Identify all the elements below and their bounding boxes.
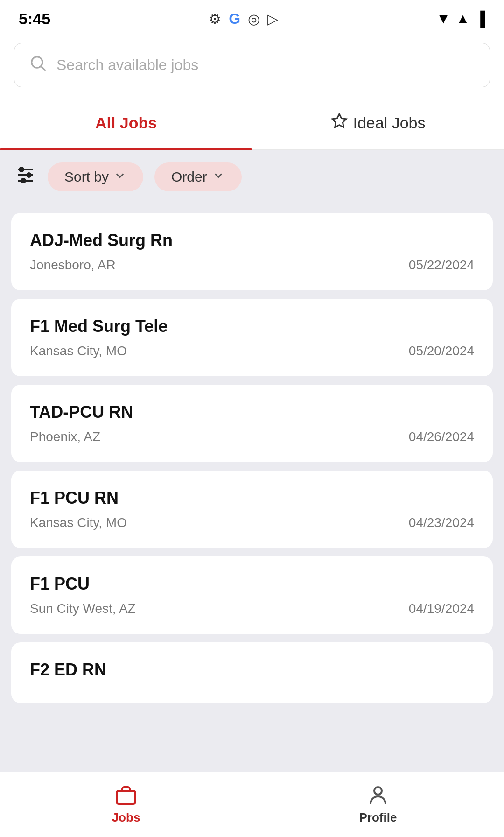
svg-line-1 <box>42 67 46 71</box>
filter-sliders-icon[interactable] <box>14 164 36 190</box>
wifi-icon: ▼ <box>436 11 450 27</box>
job-meta: Kansas City, MO04/23/2024 <box>30 515 474 530</box>
job-meta: Jonesboro, AR05/22/2024 <box>30 258 474 273</box>
briefcase-icon <box>115 784 137 807</box>
google-icon: G <box>229 10 240 28</box>
search-icon <box>28 54 47 77</box>
job-card[interactable]: F1 PCUSun City West, AZ04/19/2024 <box>11 556 493 634</box>
job-title: ADJ-Med Surg Rn <box>30 231 474 250</box>
job-card[interactable]: TAD-PCU RNPhoenix, AZ04/26/2024 <box>11 385 493 462</box>
job-meta: Sun City West, AZ04/19/2024 <box>30 601 474 616</box>
job-title: F1 PCU <box>30 574 474 594</box>
order-label: Order <box>171 169 207 185</box>
nav-jobs[interactable]: Jobs <box>0 772 252 837</box>
star-icon <box>331 113 348 134</box>
battery-icon: ▐ <box>476 11 485 27</box>
job-card[interactable]: F2 ED RN <box>11 642 493 703</box>
job-location: Sun City West, AZ <box>30 601 136 616</box>
job-date: 04/19/2024 <box>409 601 474 616</box>
person-icon <box>367 784 389 807</box>
job-meta: Kansas City, MO05/20/2024 <box>30 344 474 359</box>
play-icon: ▷ <box>267 11 278 27</box>
job-card[interactable]: F1 Med Surg TeleKansas City, MO05/20/202… <box>11 299 493 376</box>
signal-icon: ▲ <box>456 11 470 27</box>
settings-icon: ⚙ <box>209 11 221 27</box>
job-location: Phoenix, AZ <box>30 429 100 444</box>
filter-bar: Sort by Order <box>0 150 504 204</box>
svg-rect-9 <box>117 791 135 804</box>
job-title: TAD-PCU RN <box>30 402 474 422</box>
search-container: Search available jobs <box>0 34 504 97</box>
job-title: F1 Med Surg Tele <box>30 317 474 336</box>
status-time: 5:45 <box>19 10 50 28</box>
bottom-nav: Jobs Profile <box>0 772 504 837</box>
search-input[interactable]: Search available jobs <box>56 56 198 74</box>
tab-all-jobs[interactable]: All Jobs <box>0 97 252 149</box>
job-card[interactable]: F1 PCU RNKansas City, MO04/23/2024 <box>11 471 493 548</box>
tab-ideal-jobs[interactable]: Ideal Jobs <box>252 97 504 149</box>
signal-icons: ▼ ▲ ▐ <box>436 11 485 27</box>
job-date: 04/26/2024 <box>409 429 474 444</box>
order-chevron-icon <box>212 169 225 185</box>
job-meta: Phoenix, AZ04/26/2024 <box>30 429 474 444</box>
tab-ideal-jobs-label: Ideal Jobs <box>353 114 426 132</box>
svg-point-0 <box>32 57 42 68</box>
sort-by-chevron-icon <box>113 169 126 185</box>
job-date: 05/20/2024 <box>409 344 474 359</box>
job-location: Kansas City, MO <box>30 515 127 530</box>
sort-by-pill[interactable]: Sort by <box>48 162 143 191</box>
svg-point-7 <box>27 173 31 177</box>
nav-jobs-label: Jobs <box>112 810 140 825</box>
job-card[interactable]: ADJ-Med Surg RnJonesboro, AR05/22/2024 <box>11 213 493 290</box>
order-pill[interactable]: Order <box>154 162 242 191</box>
sort-by-label: Sort by <box>64 169 109 185</box>
svg-point-10 <box>374 787 382 795</box>
job-date: 05/22/2024 <box>409 258 474 273</box>
job-location: Jonesboro, AR <box>30 258 116 273</box>
nav-profile-label: Profile <box>359 810 397 825</box>
job-title: F2 ED RN <box>30 660 474 680</box>
jobs-list: ADJ-Med Surg RnJonesboro, AR05/22/2024F1… <box>0 204 504 772</box>
job-date: 04/23/2024 <box>409 515 474 530</box>
svg-marker-2 <box>332 114 346 127</box>
search-bar[interactable]: Search available jobs <box>14 43 490 87</box>
notification-icon: ◎ <box>248 11 260 27</box>
nav-profile[interactable]: Profile <box>252 772 504 837</box>
status-icons: ⚙ G ◎ ▷ <box>209 10 278 28</box>
job-title: F1 PCU RN <box>30 488 474 508</box>
status-bar: 5:45 ⚙ G ◎ ▷ ▼ ▲ ▐ <box>0 0 504 34</box>
svg-point-6 <box>20 168 23 171</box>
svg-point-8 <box>21 179 25 183</box>
job-location: Kansas City, MO <box>30 344 127 359</box>
tab-all-jobs-label: All Jobs <box>95 114 157 132</box>
tabs-container: All Jobs Ideal Jobs <box>0 97 504 150</box>
